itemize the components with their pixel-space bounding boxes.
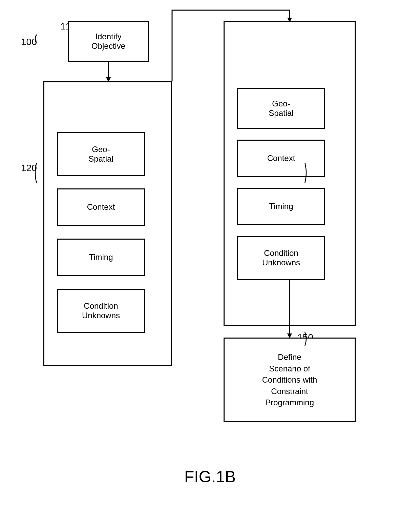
box-timing-left: Timing bbox=[57, 239, 145, 276]
box-geo-spatial-left: Geo-Spatial bbox=[57, 132, 145, 176]
box-timing-right: Timing bbox=[237, 188, 325, 225]
define-scenario-text: DefineScenario ofConditions withConstrai… bbox=[262, 351, 317, 408]
box-condition-unknowns-right: ConditionUnknowns bbox=[237, 236, 325, 280]
box-define-scenario: DefineScenario ofConditions withConstrai… bbox=[224, 338, 356, 422]
condition-unknowns-right-text: ConditionUnknowns bbox=[262, 248, 300, 267]
box-context-right: Context bbox=[237, 140, 325, 177]
timing-right-text: Timing bbox=[269, 202, 293, 211]
box-condition-unknowns-left: ConditionUnknowns bbox=[57, 289, 145, 333]
context-right-text: Context bbox=[267, 154, 295, 163]
label-100: 100 bbox=[21, 37, 37, 47]
geo-spatial-left-text: Geo-Spatial bbox=[88, 145, 113, 164]
box-identify-objective: IdentifyObjective bbox=[68, 21, 149, 62]
diagram-container: 100 110 IdentifyObjective IdentifyObject… bbox=[0, 0, 420, 507]
context-left-text: Context bbox=[87, 202, 115, 212]
label-120: 120 bbox=[21, 163, 37, 174]
timing-left-text: Timing bbox=[89, 252, 113, 262]
condition-unknowns-left-text: ConditionUnknowns bbox=[82, 301, 120, 320]
fig-label: FIG.1B bbox=[184, 467, 236, 486]
box-context-left: Context bbox=[57, 188, 145, 226]
box-geo-spatial-right: Geo-Spatial bbox=[237, 88, 325, 129]
identify-objective-text: IdentifyObjective bbox=[91, 32, 125, 51]
geo-spatial-right-text: Geo-Spatial bbox=[269, 99, 293, 118]
